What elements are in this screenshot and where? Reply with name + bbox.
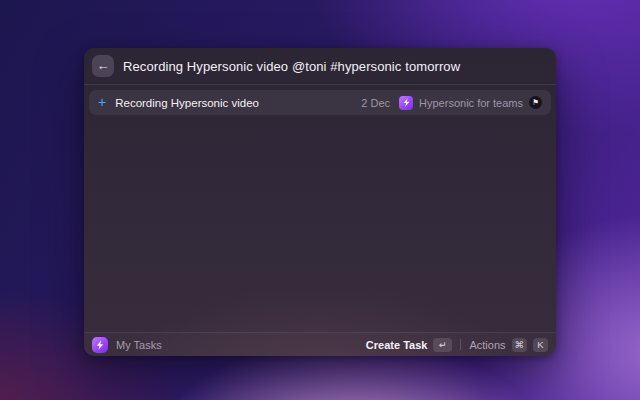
- list-item-accessories: 2 Dec Hypersonic for teams ⚑: [361, 96, 542, 110]
- create-task-button[interactable]: Create Task: [366, 339, 428, 351]
- hypersonic-app-icon: [92, 337, 108, 353]
- command-palette-window: ← Recording Hypersonic video @toni #hype…: [84, 48, 556, 356]
- action-bar-right: Create Task ↵ Actions ⌘ K: [366, 338, 548, 352]
- list-item-create-task[interactable]: + Recording Hypersonic video 2 Dec Hyper…: [89, 90, 551, 115]
- search-header: ← Recording Hypersonic video @toni #hype…: [84, 48, 556, 85]
- search-query[interactable]: Recording Hypersonic video @toni #hypers…: [123, 59, 460, 74]
- footer-divider: [460, 339, 461, 350]
- return-keycap: ↵: [433, 338, 452, 352]
- k-keycap: K: [533, 338, 548, 352]
- due-date-label: 2 Dec: [361, 97, 390, 109]
- plus-icon: +: [98, 94, 106, 110]
- priority-flag-badge: ⚑: [529, 96, 542, 109]
- return-key-icon: ↵: [439, 339, 447, 350]
- back-button[interactable]: ←: [92, 55, 114, 77]
- flag-icon: ⚑: [532, 98, 539, 107]
- command-keycap: ⌘: [512, 338, 528, 352]
- results-list: + Recording Hypersonic video 2 Dec Hyper…: [84, 85, 556, 332]
- command-name-label: My Tasks: [116, 339, 358, 351]
- team-label: Hypersonic for teams: [419, 97, 523, 109]
- hypersonic-bolt-icon: [399, 96, 413, 110]
- action-bar: My Tasks Create Task ↵ Actions ⌘ K: [84, 332, 556, 356]
- list-item-title: Recording Hypersonic video: [115, 97, 352, 109]
- back-arrow-icon: ←: [97, 58, 110, 73]
- actions-menu-button[interactable]: Actions: [469, 339, 505, 351]
